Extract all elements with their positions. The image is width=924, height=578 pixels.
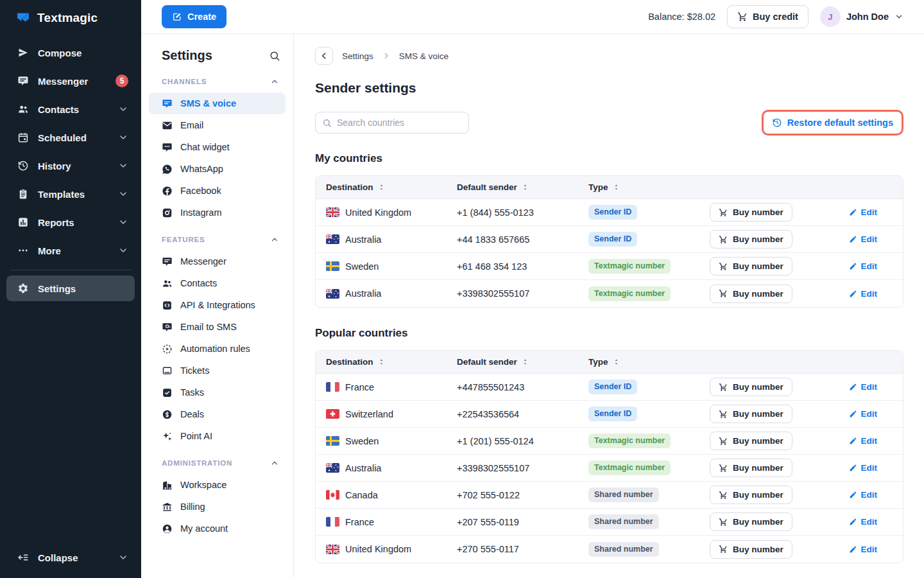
settings-nav-item[interactable]: Chat widget	[149, 136, 286, 158]
settings-nav-item[interactable]: Point AI	[149, 425, 286, 447]
column-header[interactable]: Type	[578, 357, 710, 367]
edit-button[interactable]: Edit	[849, 382, 878, 392]
buy-number-button[interactable]: Buy number	[710, 486, 792, 504]
buy-number-button[interactable]: Buy number	[710, 378, 792, 396]
edit-button[interactable]: Edit	[849, 463, 878, 473]
settings-nav-item[interactable]: Messenger	[149, 250, 286, 272]
back-button[interactable]	[315, 47, 333, 65]
table-title: Popular countries	[315, 327, 903, 340]
chevron-up-icon[interactable]	[270, 235, 279, 244]
type-badge: Shared number	[588, 542, 659, 557]
edit-button[interactable]: Edit	[849, 409, 878, 419]
primary-nav-item[interactable]: Contacts	[0, 95, 141, 123]
buy-number-button[interactable]: Buy number	[710, 432, 792, 450]
primary-nav-item[interactable]: History	[0, 152, 141, 180]
settings-nav-item[interactable]: Deals	[149, 403, 286, 425]
settings-nav-item[interactable]: SMS & voice	[149, 92, 286, 114]
edit-button[interactable]: Edit	[849, 289, 878, 299]
brand-name: Textmagic	[37, 11, 98, 25]
settings-nav-item[interactable]: My account	[149, 518, 286, 539]
country-flag-icon	[326, 463, 339, 473]
buy-number-button[interactable]: Buy number	[710, 285, 792, 303]
search-icon[interactable]	[269, 50, 280, 62]
breadcrumb-parent[interactable]: Settings	[342, 51, 373, 61]
primary-nav-item[interactable]: Compose	[0, 39, 141, 67]
settings-nav-item-label: Facebook	[180, 186, 221, 196]
primary-nav-item[interactable]: Templates	[0, 180, 141, 208]
table-row: United Kingdom +1 (844) 555-0123 Sender …	[316, 199, 903, 226]
buy-number-button[interactable]: Buy number	[710, 257, 792, 276]
table-title: My countries	[315, 152, 903, 165]
country-flag-icon	[326, 382, 339, 392]
search-countries-input[interactable]	[337, 118, 462, 128]
nav-item-label: History	[38, 161, 109, 171]
column-header[interactable]: Default sender	[447, 357, 578, 367]
column-header[interactable]: Destination	[316, 357, 447, 367]
edit-label: Edit	[861, 463, 878, 473]
primary-nav-item-settings[interactable]: Settings	[6, 276, 135, 301]
settings-nav-item[interactable]: API & Integrations	[149, 294, 286, 316]
settings-nav-item[interactable]: Billing	[149, 496, 286, 518]
buy-number-button[interactable]: Buy number	[710, 512, 792, 531]
primary-sidebar: Textmagic Compose Messenger 5	[0, 0, 141, 578]
type-badge: Textmagic number	[588, 286, 671, 301]
country-name: Australia	[345, 234, 381, 245]
settings-nav-sections: CHANNELS SMS & voice	[141, 77, 293, 539]
chevron-down-icon	[118, 132, 128, 143]
settings-nav-item-label: API & Integrations	[180, 300, 255, 310]
sort-icon	[377, 358, 386, 366]
buy-credit-button[interactable]: Buy credit	[727, 5, 809, 28]
destination-cell: United Kingdom	[316, 207, 447, 218]
chevron-up-icon[interactable]	[270, 459, 279, 468]
create-button[interactable]: Create	[162, 5, 227, 28]
primary-nav-item[interactable]: Reports	[0, 208, 141, 236]
table-body: France +447855501243 Sender ID	[316, 374, 903, 563]
settings-nav-section: FEATURES Messenger	[141, 235, 293, 447]
settings-nav-item[interactable]: Email to SMS	[149, 316, 286, 338]
cart-icon	[719, 410, 728, 419]
primary-nav-item[interactable]: Scheduled	[0, 123, 141, 152]
collapse-label: Collapse	[38, 552, 109, 563]
restore-default-settings-button[interactable]: Restore default settings	[772, 118, 893, 128]
settings-nav-item[interactable]: Facebook	[149, 180, 286, 202]
type-cell: Shared number	[578, 487, 710, 502]
edit-cell: Edit	[841, 517, 903, 527]
edit-button[interactable]: Edit	[849, 545, 878, 554]
settings-nav-item[interactable]: Workspace	[149, 474, 286, 496]
buy-number-button[interactable]: Buy number	[710, 405, 792, 423]
edit-button[interactable]: Edit	[849, 207, 878, 217]
settings-nav-item-icon	[162, 523, 173, 534]
cart-icon	[719, 464, 728, 473]
settings-nav-item[interactable]: Tickets	[149, 360, 286, 381]
section-header: ADMINISTRATION	[162, 459, 232, 467]
edit-button[interactable]: Edit	[849, 490, 878, 500]
edit-button[interactable]: Edit	[849, 261, 878, 271]
edit-button[interactable]: Edit	[849, 436, 878, 446]
primary-nav-item[interactable]: Messenger 5	[0, 67, 141, 95]
chevron-up-icon[interactable]	[270, 77, 279, 86]
column-header[interactable]: Destination	[316, 182, 447, 192]
primary-nav-item[interactable]: More	[0, 236, 141, 265]
settings-nav-item[interactable]: Tasks	[149, 381, 286, 403]
column-header[interactable]: Type	[578, 182, 710, 192]
column-header[interactable]: Default sender	[447, 182, 578, 192]
buy-number-button[interactable]: Buy number	[710, 230, 792, 249]
collapse-sidebar-button[interactable]: Collapse	[0, 543, 141, 572]
settings-nav-item[interactable]: Contacts	[149, 272, 286, 294]
edit-button[interactable]: Edit	[849, 234, 878, 244]
section-header: CHANNELS	[162, 78, 207, 85]
destination-cell: France	[316, 382, 447, 392]
settings-nav-item[interactable]: Email	[149, 114, 286, 136]
buy-number-button[interactable]: Buy number	[710, 203, 792, 222]
settings-nav-item[interactable]: Instagram	[149, 202, 286, 223]
cart-icon	[719, 289, 728, 298]
settings-nav-item[interactable]: WhatsApp	[149, 158, 286, 180]
buy-number-button[interactable]: Buy number	[710, 540, 792, 559]
country-name: France	[345, 517, 374, 527]
country-flag-icon	[326, 409, 339, 419]
settings-nav-item[interactable]: Automation rules	[149, 338, 286, 360]
buy-number-button[interactable]: Buy number	[710, 459, 792, 477]
brand-logo[interactable]: Textmagic	[0, 0, 141, 35]
edit-button[interactable]: Edit	[849, 517, 878, 527]
user-menu[interactable]: J John Doe	[820, 6, 903, 27]
